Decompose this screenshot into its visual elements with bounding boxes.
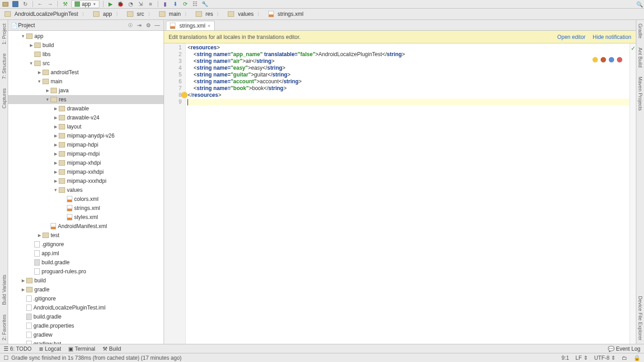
tree-item-drawable-v24[interactable]: ▶drawable-v24 [8,113,164,122]
sdk-icon[interactable]: ⬇ [172,0,179,8]
attach-icon[interactable]: ⇲ [137,0,144,8]
collapse-icon[interactable]: ⇥ [136,22,143,29]
tree-item-mipmap-xhdpi[interactable]: ▶mipmap-xhdpi [8,158,164,167]
profile-icon[interactable]: ◔ [127,0,134,8]
tree-item-app[interactable]: ▼app [8,32,164,41]
lock-icon[interactable]: 🔒 [634,355,640,361]
tool-window-bar: ☰ 6: TODO ≣ Logcat ▣ Terminal ⚒ Build 💬 … [0,344,644,353]
tw-build[interactable]: ⚒ Build [103,346,121,352]
tree-item-build.gradle[interactable]: build.gradle [8,258,164,267]
refresh-icon[interactable]: ↻ [22,0,29,8]
crumb-app[interactable]: app [90,10,124,19]
tool-icon[interactable]: 🔧 [202,0,209,8]
tree-item-test[interactable]: ▶test [8,231,164,240]
open-icon[interactable] [2,0,9,8]
project-tree[interactable]: ▼app▶buildlibs▼src▶androidTest▼main▶java… [8,31,164,353]
tab-strings-xml[interactable]: strings.xml × [166,21,215,30]
open-editor-link[interactable]: Open editor [557,34,586,40]
tab-maven[interactable]: Maven Projects [638,76,643,111]
tab-captures[interactable]: Captures [1,88,7,109]
gear-icon[interactable]: ⚙ [145,22,152,29]
main-toolbar: ↻ ← → ⚒ app ▼ ▶ 🐞 ◔ ⇲ ■ ▮ ⬇ ⟳ ☷ 🔧 🔍 [0,0,644,9]
tree-item-mipmap-xxhdpi[interactable]: ▶mipmap-xxhdpi [8,167,164,176]
tree-item-mipmap-anydpi-v26[interactable]: ▶mipmap-anydpi-v26 [8,131,164,140]
caret-position[interactable]: 9:1 [562,355,569,361]
tree-item-drawable[interactable]: ▶drawable [8,104,164,113]
tree-item-build[interactable]: ▶build [8,41,164,50]
tree-item-libs[interactable]: libs [8,50,164,59]
run-config-label: app [82,1,91,7]
tab-build-variants[interactable]: Build Variants [1,275,7,305]
minimize-icon[interactable]: — [154,22,161,29]
crumb-res[interactable]: res [193,10,226,19]
tree-item-androidTest[interactable]: ▶androidTest [8,68,164,77]
left-gutter: 1: Project 7: Structure Captures Build V… [0,20,8,353]
tree-item-styles.xml[interactable]: styles.xml [8,213,164,222]
tree-item-.gitignore[interactable]: .gitignore [8,294,164,303]
tree-item-mipmap-hdpi[interactable]: ▶mipmap-hdpi [8,140,164,149]
tree-item-AndroidManifest.xml[interactable]: AndroidManifest.xml [8,222,164,231]
tree-item-java[interactable]: ▶java [8,86,164,95]
context-icon[interactable]: 🗀 [622,355,627,361]
tree-item-gradle[interactable]: ▶gradle [8,285,164,294]
tree-item-gradlew[interactable]: gradlew [8,330,164,339]
build-icon[interactable]: ⚒ [61,0,69,8]
tab-favorites[interactable]: 2: Favorites [1,314,7,340]
target-icon[interactable]: ☉ [127,22,134,29]
tree-item-gradle.properties[interactable]: gradle.properties [8,321,164,330]
editor-body[interactable]: 123456789 <resources> <string name="app_… [164,43,636,353]
tw-todo[interactable]: ☰ 6: TODO [4,346,32,352]
line-gutter: 123456789 [164,43,186,353]
tree-item-layout[interactable]: ▶layout [8,122,164,131]
line-separator[interactable]: LF ⇕ [575,355,588,361]
tree-item-.gitignore[interactable]: .gitignore [8,240,164,249]
tree-item-mipmap-mdpi[interactable]: ▶mipmap-mdpi [8,149,164,158]
tree-item-src[interactable]: ▼src [8,59,164,68]
tree-item-strings.xml[interactable]: strings.xml [8,204,164,213]
tree-item-colors.xml[interactable]: colors.xml [8,195,164,204]
save-icon[interactable] [12,0,19,8]
tree-item-mipmap-xxxhdpi[interactable]: ▶mipmap-xxxhdpi [8,176,164,186]
tab-gradle[interactable]: Gradle [638,24,643,38]
tree-item-build.gradle[interactable]: build.gradle [8,312,164,321]
tree-item-build[interactable]: ▶build [8,276,164,285]
tw-logcat[interactable]: ≣ Logcat [39,346,61,352]
banner-message: Edit translations for all locales in the… [169,34,550,40]
editor-tabs: strings.xml × [164,20,636,31]
status-icon[interactable]: ☐ [4,355,9,361]
tree-item-values[interactable]: ▼values [8,186,164,195]
crumb-src[interactable]: src [124,10,156,19]
undo-icon[interactable]: ← [37,0,44,8]
error-stripe: ✓ [630,43,636,353]
tw-terminal[interactable]: ▣ Terminal [68,346,95,352]
tree-item-app.iml[interactable]: app.iml [8,249,164,258]
sync-icon[interactable]: ⟳ [182,0,189,8]
code-area[interactable]: <resources> <string name="app_name" tran… [186,43,630,353]
structure-icon[interactable]: ☷ [192,0,199,8]
tree-item-res[interactable]: ▼res [8,95,164,104]
stop-icon[interactable]: ■ [147,0,154,8]
tab-ant[interactable]: Ant Build [638,48,643,67]
tab-project[interactable]: 1: Project [1,24,7,44]
encoding[interactable]: UTF-8 ⇕ [594,355,616,361]
hide-notification-link[interactable]: Hide notification [593,34,631,40]
tw-eventlog[interactable]: 💬 Event Log [608,346,640,352]
debug-icon[interactable]: 🐞 [117,0,124,8]
crumb-strings.xml[interactable]: strings.xml [266,10,310,19]
close-icon[interactable]: × [207,23,210,29]
tab-structure[interactable]: 7: Structure [1,53,7,79]
search-everywhere-icon[interactable]: 🔍 [636,0,643,9]
crumb-values[interactable]: values [225,10,266,19]
run-icon[interactable]: ▶ [107,0,114,8]
tree-item-AndroidLocalizePluginTest.iml[interactable]: AndroidLocalizePluginTest.iml [8,303,164,312]
avd-icon[interactable]: ▮ [162,0,169,8]
tab-device-explorer[interactable]: Device File Explorer [638,296,643,340]
tree-item-proguard-rules.pro[interactable]: proguard-rules.pro [8,267,164,276]
crumb-AndroidLocalizePluginTest[interactable]: AndroidLocalizePluginTest [2,10,90,19]
redo-icon[interactable]: → [47,0,54,8]
intention-bulb-icon[interactable] [181,92,188,98]
svg-rect-0 [3,2,8,6]
crumb-main[interactable]: main [156,10,193,19]
tree-item-main[interactable]: ▼main [8,77,164,86]
run-config-combo[interactable]: app ▼ [71,0,99,8]
